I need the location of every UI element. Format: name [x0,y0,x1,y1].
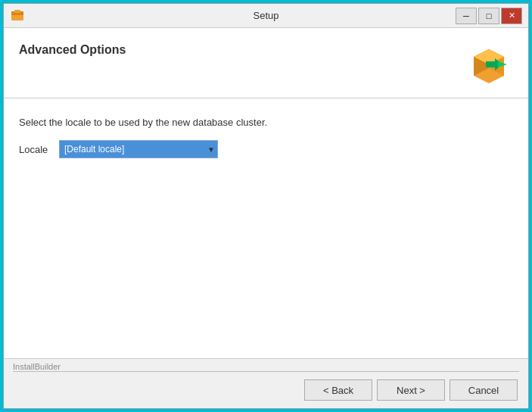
next-button[interactable]: Next > [377,379,445,401]
title-bar: Setup ─ □ ✕ [4,4,528,28]
back-button[interactable]: < Back [304,379,372,401]
locale-select[interactable]: [Default locale] en_US en_GB de_DE fr_FR… [59,140,218,158]
header-section: Advanced Options [4,28,528,98]
title-bar-left [10,8,25,23]
locale-select-wrapper[interactable]: [Default locale] en_US en_GB de_DE fr_FR… [59,140,218,158]
close-button[interactable]: ✕ [501,8,522,24]
main-content: Select the locale to be used by the new … [4,98,528,358]
page-title: Advanced Options [19,43,126,57]
svg-rect-2 [14,10,20,13]
app-icon [10,8,25,23]
content-area: Advanced Options [4,28,528,358]
button-row: < Back Next > Cancel [4,372,528,408]
description-text: Select the locale to be used by the new … [19,117,513,128]
locale-label: Locale [19,144,53,155]
minimize-button[interactable]: ─ [456,8,477,24]
header-icon [465,40,513,89]
main-window: Setup ─ □ ✕ Advanced Options [3,3,529,409]
locale-row: Locale [Default locale] en_US en_GB de_D… [19,140,513,158]
window-title: Setup [254,10,279,21]
installbuilder-label: InstallBuilder [4,359,528,371]
window-controls: ─ □ ✕ [456,8,522,24]
cancel-button[interactable]: Cancel [450,379,518,401]
footer-section: InstallBuilder < Back Next > Cancel [4,358,528,408]
maximize-button[interactable]: □ [478,8,499,24]
